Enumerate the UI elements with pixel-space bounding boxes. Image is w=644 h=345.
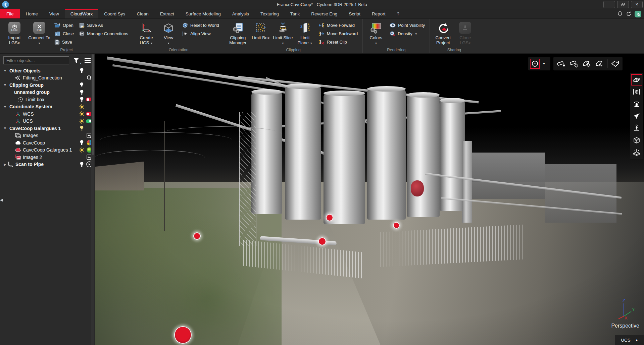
tab-script[interactable]: Script (343, 9, 366, 18)
measure-angle-tool[interactable] (580, 57, 593, 70)
create-ucs-button[interactable]: Create UCS ▼ (136, 20, 157, 46)
turntable-tool[interactable] (631, 147, 642, 158)
tree-item-unnamed-group[interactable]: unnamed group (0, 89, 95, 96)
limit-box-button[interactable]: Limit Box (250, 20, 271, 40)
save-as-button[interactable]: Save As (77, 21, 130, 29)
fly-tool[interactable] (631, 110, 642, 122)
annotation-marker[interactable] (326, 214, 333, 221)
tab-extract[interactable]: Extract (154, 9, 180, 18)
ucs-selector-button[interactable]: UCS▲ (615, 335, 644, 345)
tree-item-cavecoop-galargues[interactable]: CaveCoop Galargues 1 (0, 147, 95, 154)
tab-texturing[interactable]: Texturing (255, 9, 285, 18)
annotation-marker[interactable] (174, 326, 192, 344)
back-button[interactable]: ❮ (2, 1, 9, 8)
tree-item-wcs[interactable]: WCS (0, 110, 95, 118)
tab-clean[interactable]: Clean (131, 9, 154, 18)
annotation-marker[interactable] (318, 237, 326, 245)
connect-to-button[interactable]: CYE Connect To ▼ (28, 20, 51, 46)
close-button[interactable]: Close (52, 30, 76, 38)
sun-on-icon[interactable] (78, 104, 85, 109)
orbit-tool-selected[interactable] (631, 74, 642, 85)
point-visibility-button[interactable]: Point Visibility (388, 21, 427, 29)
look-around-tool[interactable] (631, 98, 642, 110)
import-lgsx-button[interactable]: LGSx Import LGSx (3, 20, 26, 45)
align-view-button[interactable]: Align View (180, 30, 221, 38)
chevron-collapsed-icon[interactable]: ▶ (3, 163, 7, 166)
tab-home[interactable]: Home (20, 9, 44, 18)
limit-slice-button[interactable]: Limit Slice ▼ (273, 20, 293, 46)
filter-objects-input[interactable] (3, 56, 69, 64)
tree-menu-icon[interactable]: ▾ (83, 56, 92, 64)
notifications-bell-icon[interactable] (617, 11, 623, 17)
filter-icon[interactable]: ▾ (72, 56, 81, 64)
assistant-icon[interactable] (635, 11, 641, 17)
tab-view[interactable]: View (44, 9, 65, 18)
measure-distance-add-tool[interactable] (555, 57, 567, 70)
convert-project-button[interactable]: Convert Project (433, 20, 453, 45)
constrained-orbit-tool[interactable] (631, 86, 642, 98)
bulb-off-icon[interactable] (78, 97, 85, 102)
tab-analysis[interactable]: Analysis (227, 9, 255, 18)
tab-cloudworx[interactable]: CloudWorx (65, 9, 99, 18)
bulb-on-icon[interactable] (78, 126, 85, 131)
open-button[interactable]: Open (52, 21, 76, 29)
tree-item-fitting-connection[interactable]: Fitting_Connection (0, 74, 95, 82)
tree-item-coordinate-system[interactable]: ▼ Coordinate System (0, 103, 95, 111)
measure-angle-axis-tool[interactable] (593, 57, 606, 70)
move-backward-button[interactable]: Move Backward (317, 30, 360, 38)
restore-button[interactable] (617, 1, 629, 8)
viewport-3d[interactable]: ▼ (95, 54, 644, 345)
sun-on-icon[interactable] (78, 111, 85, 116)
close-button[interactable]: ✕ (631, 1, 643, 8)
bulb-off-icon[interactable] (78, 68, 85, 73)
clone-lgsx-button[interactable]: Clone LGSx (455, 20, 476, 45)
tree-scrollbar[interactable] (91, 54, 94, 345)
probe-tool-selected[interactable] (530, 59, 540, 69)
colors-button[interactable]: Colors▼ (365, 20, 386, 46)
tree-item-other-objects[interactable]: ▼ Other Objects (0, 67, 95, 74)
bulb-off-icon[interactable] (78, 140, 85, 145)
chevron-expanded-icon[interactable]: ▼ (3, 126, 7, 130)
probe-dropdown[interactable]: ▼ (540, 57, 548, 70)
sun-on-icon[interactable] (78, 119, 85, 124)
tree-item-ucs[interactable]: UCS (0, 118, 95, 125)
sync-icon[interactable] (626, 11, 632, 17)
tab-tank[interactable]: Tank (285, 9, 306, 18)
tree-item-clipping-group[interactable]: ▼ Clipping Group (0, 81, 95, 89)
bulb-off-icon[interactable] (78, 90, 85, 95)
manage-connections-button[interactable]: Manage Connections (77, 30, 130, 38)
annotation-marker[interactable] (193, 232, 201, 240)
sun-on-icon[interactable] (78, 148, 85, 153)
tree-item-scan-to-pipe[interactable]: ▶ Scan to Pipe (0, 161, 95, 168)
panel-collapse-arrow[interactable]: ◀ (0, 198, 3, 202)
chevron-expanded-icon[interactable]: ▼ (3, 105, 7, 109)
tree-item-cavecoop-galargues-group[interactable]: ▼ CaveCoop Galargues 1 (0, 125, 95, 132)
examine-cube-tool[interactable] (631, 134, 642, 146)
measure-distance-point-tool[interactable] (567, 57, 580, 70)
tree-item-cavecoop[interactable]: CaveCoop (0, 139, 95, 147)
tab-report[interactable]: Report (366, 9, 391, 18)
bulb-off-icon[interactable] (78, 82, 85, 88)
tree-item-images-2[interactable]: Images 2 (0, 154, 95, 161)
chevron-expanded-icon[interactable]: ▼ (3, 69, 7, 72)
bulb-off-icon[interactable] (78, 162, 85, 167)
tree-item-limit-box[interactable]: Limit box (0, 96, 95, 103)
tab-help[interactable]: ? (391, 9, 405, 18)
tab-file[interactable]: File (0, 9, 20, 18)
tab-reverse-eng[interactable]: Reverse Eng (305, 9, 343, 18)
minimize-button[interactable]: ─ (603, 1, 615, 8)
density-button[interactable]: 0 Density ▼ (388, 30, 427, 38)
walk-tool[interactable] (631, 122, 642, 134)
reset-to-world-button[interactable]: Reset to World (180, 21, 221, 29)
label-tag-tool[interactable] (609, 57, 622, 70)
clipping-manager-button[interactable]: Clipping Manager (227, 20, 249, 45)
view-button[interactable]: View▼ (158, 20, 179, 46)
reset-clip-button[interactable]: Reset Clip (317, 38, 360, 46)
tab-coord-sys[interactable]: Coord Sys (98, 9, 131, 18)
tab-surface-modeling[interactable]: Surface Modeling (180, 9, 227, 18)
save-button[interactable]: Save (52, 38, 76, 46)
chevron-expanded-icon[interactable]: ▼ (3, 83, 7, 87)
tree-item-images[interactable]: Images (0, 132, 95, 139)
annotation-marker[interactable] (393, 222, 400, 229)
move-forward-button[interactable]: Move Forward (317, 21, 360, 29)
